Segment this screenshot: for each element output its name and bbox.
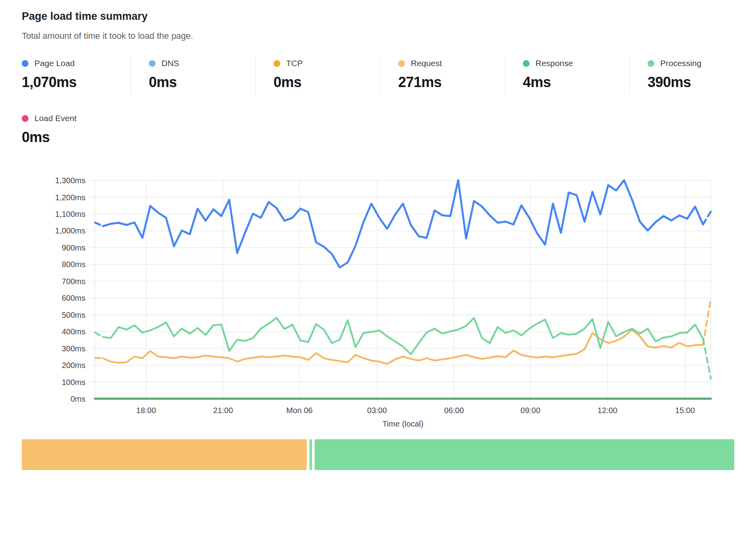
processing-legend-dot-icon: [648, 60, 654, 67]
stat-label: Request: [411, 59, 442, 68]
stat-label: TCP: [286, 59, 303, 68]
page-load-summary-panel: Page load time summary Total amount of t…: [0, 0, 756, 434]
page-subtitle: Total amount of time it took to load the…: [22, 31, 734, 41]
svg-text:500ms: 500ms: [62, 311, 85, 319]
svg-text:700ms: 700ms: [62, 277, 85, 286]
svg-text:300ms: 300ms: [62, 344, 85, 353]
stat-label: Response: [536, 59, 573, 68]
load-event-legend-dot-icon: [22, 115, 28, 122]
load-time-chart[interactable]: 1,300ms1,200ms1,100ms1,000ms900ms800ms70…: [22, 172, 734, 433]
svg-text:09:00: 09:00: [520, 406, 540, 415]
svg-text:800ms: 800ms: [62, 260, 85, 269]
page-title: Page load time summary: [22, 10, 734, 23]
stat-value: 390ms: [648, 74, 734, 91]
stat-response: Response 4ms: [505, 55, 629, 95]
svg-text:21:00: 21:00: [213, 406, 233, 415]
stat-value: 0ms: [149, 74, 255, 91]
svg-text:06:00: 06:00: [444, 406, 464, 415]
stat-label: Page Load: [34, 59, 75, 68]
svg-text:0ms: 0ms: [70, 395, 85, 403]
load-time-chart-container: 1,300ms1,200ms1,100ms1,000ms900ms800ms70…: [22, 172, 734, 434]
svg-text:1,300ms: 1,300ms: [55, 176, 85, 185]
request-legend-dot-icon: [398, 60, 405, 67]
svg-text:400ms: 400ms: [62, 327, 85, 336]
stat-value: 0ms: [22, 129, 734, 146]
svg-text:200ms: 200ms: [62, 361, 85, 370]
stat-value: 1,070ms: [22, 74, 131, 91]
svg-text:Time (local): Time (local): [382, 419, 424, 428]
svg-text:1,000ms: 1,000ms: [55, 226, 85, 235]
metric-stats-row: Page Load 1,070ms DNS 0ms TCP 0ms Reques…: [22, 55, 734, 95]
stat-value: 0ms: [274, 74, 380, 91]
svg-text:1,200ms: 1,200ms: [55, 193, 85, 202]
svg-text:Mon 06: Mon 06: [286, 406, 313, 415]
svg-text:03:00: 03:00: [367, 406, 387, 415]
svg-text:18:00: 18:00: [136, 406, 156, 415]
svg-text:100ms: 100ms: [62, 378, 85, 387]
stat-label: Processing: [660, 59, 701, 68]
svg-text:600ms: 600ms: [62, 294, 85, 302]
stat-dns: DNS 0ms: [131, 55, 255, 95]
stat-label: DNS: [161, 59, 179, 68]
stat-load-event: Load Event 0ms: [22, 110, 734, 150]
status-bar-segment: [310, 439, 312, 470]
stat-page-load: Page Load 1,070ms: [22, 55, 131, 95]
tcp-legend-dot-icon: [274, 60, 280, 67]
stat-value: 4ms: [523, 74, 629, 91]
status-bar-segment: [315, 439, 734, 470]
status-timeline-bar: [22, 439, 734, 470]
stat-request: Request 271ms: [380, 55, 505, 95]
dns-legend-dot-icon: [149, 60, 156, 67]
stat-value: 271ms: [398, 74, 505, 91]
stat-label: Load Event: [34, 114, 76, 123]
page-load-legend-dot-icon: [22, 60, 28, 67]
svg-text:900ms: 900ms: [62, 243, 85, 252]
svg-text:15:00: 15:00: [675, 406, 695, 415]
response-legend-dot-icon: [523, 60, 530, 67]
status-bar-segment: [22, 439, 307, 470]
stat-tcp: TCP 0ms: [255, 55, 380, 95]
stat-processing: Processing 390ms: [629, 55, 734, 95]
svg-text:1,100ms: 1,100ms: [55, 210, 85, 218]
svg-text:12:00: 12:00: [598, 406, 617, 415]
